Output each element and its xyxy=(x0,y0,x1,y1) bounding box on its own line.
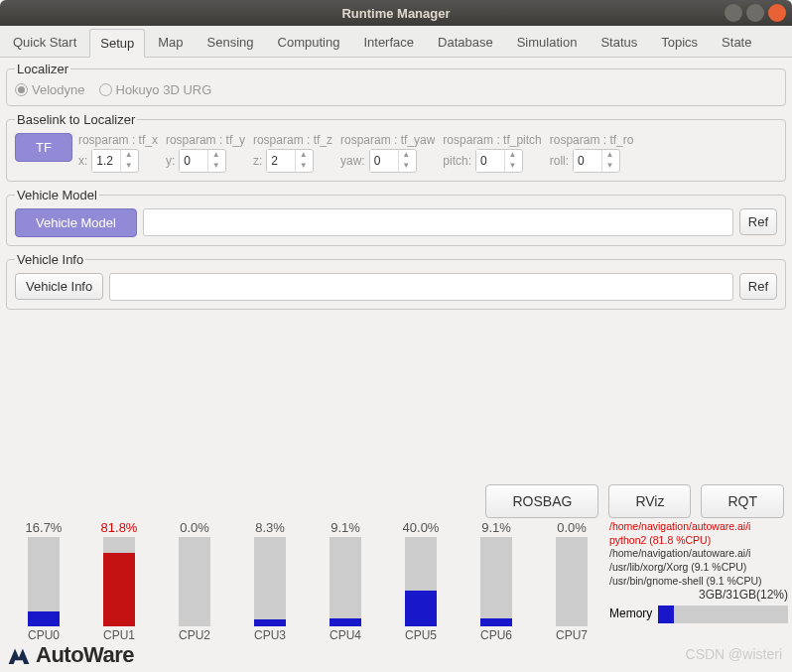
cpu-name-label: CPU1 xyxy=(103,628,135,642)
spin-up-icon[interactable]: ▲ xyxy=(208,150,223,161)
process-line: /home/navigation/autoware.ai/i xyxy=(609,520,788,534)
footer: AutoWare xyxy=(6,642,134,668)
cpu-percent-label: 9.1% xyxy=(330,520,360,535)
radio-icon xyxy=(15,83,28,96)
cpu-percent-label: 16.7% xyxy=(26,520,63,535)
tf-value-input[interactable] xyxy=(476,150,504,172)
tf-prefix-label: yaw: xyxy=(340,154,365,168)
memory-summary: 3GB/31GB(12%) xyxy=(609,588,788,604)
tf-value-input[interactable] xyxy=(267,150,295,172)
tf-field: rosparam : tf_zz:▲▼ xyxy=(253,133,332,173)
vehicle-info-path-input[interactable] xyxy=(109,273,733,301)
cpu-meter: 8.3%CPU3 xyxy=(236,520,304,642)
spin-up-icon[interactable]: ▲ xyxy=(399,150,414,161)
tab-map[interactable]: Map xyxy=(147,28,194,57)
tf-button[interactable]: TF xyxy=(15,133,72,162)
spin-up-icon[interactable]: ▲ xyxy=(296,150,311,161)
vehicle-model-legend: Vehicle Model xyxy=(15,188,99,202)
vehicle-model-path-input[interactable] xyxy=(143,208,733,236)
spin-down-icon[interactable]: ▼ xyxy=(602,161,617,172)
baselink-group: Baselink to Localizer TF rosparam : tf_x… xyxy=(6,112,786,182)
tab-interface[interactable]: Interface xyxy=(352,28,425,57)
spin-down-icon[interactable]: ▼ xyxy=(208,161,223,172)
tf-spinner[interactable]: ▲▼ xyxy=(179,149,226,173)
cpu-name-label: CPU2 xyxy=(179,628,210,642)
tf-value-input[interactable] xyxy=(180,150,207,172)
radio-hokuyo-3d-urg[interactable]: Hokuyo 3D URG xyxy=(99,82,212,97)
cpu-name-label: CPU6 xyxy=(480,628,512,642)
cpu-meter: 9.1%CPU4 xyxy=(312,520,379,642)
cpu-bar xyxy=(254,537,286,626)
tab-status[interactable]: Status xyxy=(590,28,648,57)
minimize-icon[interactable] xyxy=(725,4,742,22)
tf-field: rosparam : tf_roroll:▲▼ xyxy=(550,133,634,173)
localizer-group: Localizer VelodyneHokuyo 3D URG xyxy=(6,62,786,106)
rosbag-button[interactable]: ROSBAG xyxy=(485,484,598,518)
tf-param-label: rosparam : tf_yaw xyxy=(340,133,435,147)
radio-label: Hokuyo 3D URG xyxy=(116,82,212,97)
vehicle-model-group: Vehicle Model Vehicle Model Ref xyxy=(6,188,786,246)
radio-velodyne[interactable]: Velodyne xyxy=(15,82,85,97)
vehicle-info-ref-button[interactable]: Ref xyxy=(739,273,777,300)
cpu-bar xyxy=(480,537,512,626)
tab-topics[interactable]: Topics xyxy=(650,28,709,57)
tab-quick-start[interactable]: Quick Start xyxy=(2,28,87,57)
rviz-button[interactable]: RViz xyxy=(608,484,691,518)
rqt-button[interactable]: RQT xyxy=(701,484,784,518)
spin-up-icon[interactable]: ▲ xyxy=(121,150,136,161)
autoware-logo-icon xyxy=(6,642,32,668)
spin-up-icon[interactable]: ▲ xyxy=(602,150,617,161)
tf-value-input[interactable] xyxy=(370,150,398,172)
tf-prefix-label: z: xyxy=(253,154,262,168)
memory-bar xyxy=(658,605,788,623)
tf-field: rosparam : tf_xx:▲▼ xyxy=(78,133,158,173)
spin-down-icon[interactable]: ▼ xyxy=(296,161,311,172)
tf-param-label: rosparam : tf_z xyxy=(253,133,332,147)
close-icon[interactable] xyxy=(768,4,786,22)
cpu-bar xyxy=(556,537,588,626)
vehicle-model-button[interactable]: Vehicle Model xyxy=(15,208,137,237)
cpu-name-label: CPU7 xyxy=(556,628,588,642)
cpu-meter: 81.8%CPU1 xyxy=(85,520,153,642)
cpu-name-label: CPU5 xyxy=(405,628,437,642)
spin-up-icon[interactable]: ▲ xyxy=(505,150,520,161)
vehicle-info-group: Vehicle Info Vehicle Info Ref xyxy=(6,252,786,310)
maximize-icon[interactable] xyxy=(746,4,764,22)
cpu-percent-label: 0.0% xyxy=(180,520,209,535)
titlebar: Runtime Manager xyxy=(0,0,792,26)
tf-spinner[interactable]: ▲▼ xyxy=(475,149,523,173)
process-line: /usr/bin/gnome-shell (9.1 %CPU) xyxy=(609,575,788,589)
cpu-percent-label: 81.8% xyxy=(101,520,138,535)
main-tabs: Quick StartSetupMapSensingComputingInter… xyxy=(0,26,792,58)
tf-prefix-label: x: xyxy=(78,154,87,168)
tf-spinner[interactable]: ▲▼ xyxy=(266,149,314,173)
tab-database[interactable]: Database xyxy=(427,28,504,57)
tf-value-input[interactable] xyxy=(92,150,120,172)
tab-simulation[interactable]: Simulation xyxy=(506,28,589,57)
spin-down-icon[interactable]: ▼ xyxy=(121,161,136,172)
vehicle-info-button[interactable]: Vehicle Info xyxy=(15,273,103,300)
tf-param-label: rosparam : tf_x xyxy=(78,133,158,147)
radio-icon xyxy=(99,83,112,96)
cpu-name-label: CPU3 xyxy=(254,628,286,642)
spin-down-icon[interactable]: ▼ xyxy=(505,161,520,172)
tab-setup[interactable]: Setup xyxy=(89,29,145,58)
tf-spinner[interactable]: ▲▼ xyxy=(369,149,417,173)
tf-spinner[interactable]: ▲▼ xyxy=(91,149,139,173)
tab-state[interactable]: State xyxy=(711,28,762,57)
watermark: CSDN @wisteri xyxy=(686,646,782,662)
tab-sensing[interactable]: Sensing xyxy=(197,28,265,57)
cpu-meter: 9.1%CPU6 xyxy=(462,520,530,642)
tf-param-label: rosparam : tf_y xyxy=(166,133,245,147)
localizer-legend: Localizer xyxy=(15,62,70,76)
baselink-legend: Baselink to Localizer xyxy=(15,112,137,127)
tab-computing[interactable]: Computing xyxy=(267,28,351,57)
cpu-percent-label: 8.3% xyxy=(255,520,285,535)
vehicle-model-ref-button[interactable]: Ref xyxy=(739,208,777,235)
spin-down-icon[interactable]: ▼ xyxy=(399,161,414,172)
tf-spinner[interactable]: ▲▼ xyxy=(573,149,620,173)
cpu-bar xyxy=(405,537,437,626)
tf-value-input[interactable] xyxy=(574,150,601,172)
cpu-bar xyxy=(103,537,135,626)
cpu-percent-label: 9.1% xyxy=(481,520,511,535)
